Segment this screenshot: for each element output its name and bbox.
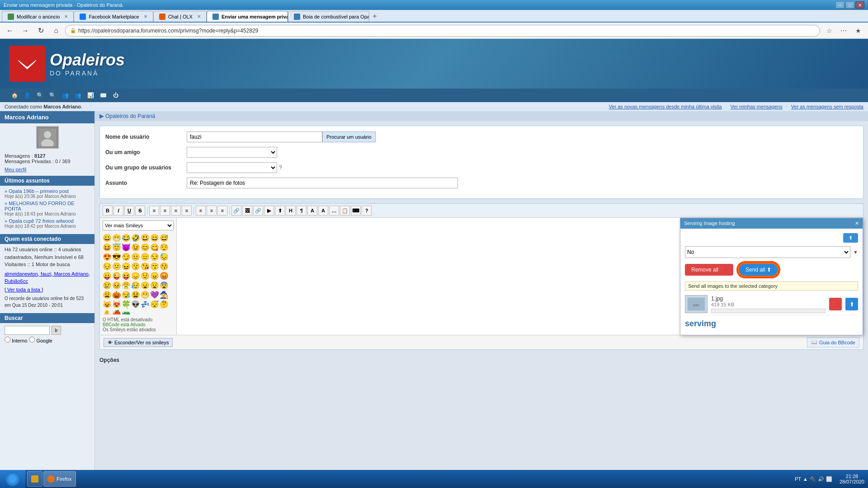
smiley-2[interactable]: 😁 — [112, 233, 121, 242]
smiley-31[interactable]: 😝 — [122, 271, 131, 280]
close-button[interactable]: ✕ — [855, 1, 864, 9]
search-internal-radio[interactable] — [5, 337, 10, 343]
category-select[interactable]: No — [685, 246, 850, 258]
heading-button[interactable]: H — [286, 206, 296, 216]
my-profile-link[interactable]: Meu perfil — [0, 166, 94, 173]
smileys-dropdown[interactable]: Ver mais Smileys — [103, 221, 174, 230]
tab-modify-ad[interactable]: Modificar o anúncio ✕ — [2, 11, 74, 22]
back-button[interactable]: ← — [4, 24, 16, 37]
smiley-21[interactable]: 😓 — [160, 252, 169, 261]
url-button[interactable]: 🔗 — [253, 206, 263, 216]
send-all-button[interactable]: Send all ⬆ — [738, 263, 779, 277]
smiley-13[interactable]: 😋 — [150, 243, 159, 252]
italic-button[interactable]: I — [113, 206, 123, 216]
justify-button[interactable]: ≡ — [182, 206, 192, 216]
smiley-11[interactable]: 😉 — [131, 243, 140, 252]
maximize-button[interactable]: □ — [845, 1, 854, 9]
search2-nav-icon[interactable]: 🔍 — [47, 90, 58, 101]
smiley-53[interactable]: 👽 — [131, 300, 140, 309]
table-button[interactable]: 📋 — [340, 206, 350, 216]
tab-send-message[interactable]: Enviar uma mensagem privada ✕ — [207, 11, 288, 22]
search-input[interactable] — [5, 326, 50, 335]
smiley-9[interactable]: 😇 — [112, 243, 121, 252]
smiley-38[interactable]: 😤 — [122, 281, 131, 290]
code-button[interactable]: ⌨ — [351, 206, 361, 216]
smiley-12[interactable]: 😊 — [141, 243, 150, 252]
more-button[interactable]: … — [329, 206, 339, 216]
ordered-list-button[interactable]: ≡ — [207, 206, 217, 216]
font-color-button[interactable]: A — [318, 206, 328, 216]
align-center-button[interactable]: ≡ — [160, 206, 170, 216]
smiley-15[interactable]: 😍 — [103, 252, 112, 261]
smiley-59[interactable]: 🐲 — [122, 309, 131, 314]
file-remove-button[interactable]: 🚫 — [829, 298, 842, 310]
smiley-6[interactable]: 😄 — [150, 233, 159, 242]
smiley-22[interactable]: 😔 — [103, 262, 112, 271]
smiley-25[interactable]: 😗 — [131, 262, 140, 271]
tab-close-icon[interactable]: ✕ — [64, 14, 68, 19]
start-button[interactable] — [0, 470, 25, 488]
friend-select[interactable] — [187, 147, 277, 158]
smiley-44[interactable]: 🎃 — [112, 290, 121, 299]
smiley-4[interactable]: 🤣 — [131, 233, 140, 242]
image-button[interactable]: 🖼 — [242, 206, 252, 216]
smiley-40[interactable]: 😦 — [141, 281, 150, 290]
strikethrough-button[interactable]: S — [135, 206, 145, 216]
hide-smileys-button[interactable]: 👁 Esconder/Ver os smileys — [104, 338, 173, 347]
taskbar-app-explorer[interactable] — [27, 471, 42, 487]
minimize-button[interactable]: ─ — [835, 1, 844, 9]
find-user-button[interactable]: Procurar um usuário — [322, 131, 376, 142]
smiley-35[interactable]: 😡 — [160, 271, 169, 280]
new-messages-link[interactable]: Ver as novas mensagens desde minha últim… — [609, 104, 722, 109]
align-right-button[interactable]: ≡ — [171, 206, 181, 216]
home-button[interactable]: ⌂ — [50, 24, 62, 37]
smiley-58[interactable]: 🍎 — [112, 309, 121, 314]
smiley-23[interactable]: 😕 — [112, 262, 121, 271]
smiley-7[interactable]: 😅 — [160, 233, 169, 242]
smiley-8[interactable]: 😆 — [103, 243, 112, 252]
smiley-16[interactable]: 😎 — [112, 252, 121, 261]
home-nav-icon[interactable]: 🏠 — [9, 90, 20, 101]
new-tab-button[interactable]: + — [369, 11, 380, 22]
smiley-46[interactable]: 😫 — [131, 290, 140, 299]
smiley-24[interactable]: 😖 — [122, 262, 131, 271]
smiley-55[interactable]: 😴 — [150, 300, 159, 309]
username-input[interactable] — [187, 131, 322, 142]
smiley-10[interactable]: 😈 — [122, 243, 131, 252]
tab-boia[interactable]: Boia de combustível para Opa... ✕ — [288, 11, 369, 22]
group-nav-icon[interactable]: 👥 — [72, 90, 83, 101]
tab-facebook[interactable]: Facebook Marketplace ✕ — [74, 11, 153, 22]
text-editor-area[interactable]: Servimg Image hosting ✕ ⬆ — [177, 218, 863, 335]
my-messages-link[interactable]: Ver minhas mensagens — [731, 104, 783, 109]
profile-nav-icon[interactable]: 👤 — [22, 90, 33, 101]
smiley-56[interactable]: 🤔 — [160, 300, 169, 309]
smiley-57[interactable]: ✋ — [103, 309, 112, 314]
paragraph-button[interactable]: ¶ — [297, 206, 307, 216]
smiley-52[interactable]: 🍀 — [122, 300, 131, 309]
bold-button[interactable]: B — [103, 206, 113, 216]
tab-close-icon[interactable]: ✕ — [144, 14, 147, 19]
search-button[interactable]: Ir — [52, 326, 61, 335]
no-reply-link[interactable]: Ver as mensagens sem resposta — [791, 104, 863, 109]
upload-button[interactable]: ⬆ — [275, 206, 285, 216]
smiley-3[interactable]: 😂 — [122, 233, 131, 242]
smiley-50[interactable]: 😺 — [103, 300, 112, 309]
smiley-37[interactable]: 😣 — [112, 281, 121, 290]
media-button[interactable]: ▶ — [264, 206, 274, 216]
star-icon[interactable]: ★ — [852, 24, 864, 37]
smiley-32[interactable]: 😞 — [131, 271, 140, 280]
list-button[interactable]: ≡ — [196, 206, 206, 216]
tab-close-icon[interactable]: ✕ — [197, 14, 201, 19]
battery-icon[interactable]: ⬜ — [826, 476, 832, 482]
smiley-36[interactable]: 😢 — [103, 281, 112, 290]
uploader-close-icon[interactable]: ✕ — [855, 221, 859, 226]
smiley-42[interactable]: 😨 — [160, 281, 169, 290]
smiley-26[interactable]: 😘 — [141, 262, 150, 271]
smiley-54[interactable]: 💤 — [141, 300, 150, 309]
taskbar-app-browser[interactable]: Firefox — [43, 471, 76, 487]
link-button[interactable]: 🔗 — [231, 206, 241, 216]
taskbar-clock[interactable]: 21:28 28/07/2020 — [836, 474, 868, 484]
smiley-45[interactable]: 😪 — [122, 290, 131, 299]
font-size-button[interactable]: A — [307, 206, 317, 216]
smiley-47[interactable]: 😬 — [141, 290, 150, 299]
